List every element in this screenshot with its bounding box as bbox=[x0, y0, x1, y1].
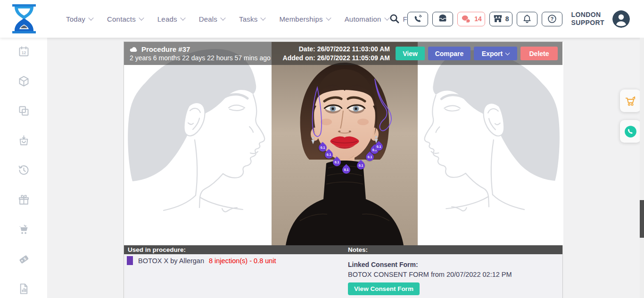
gift-icon[interactable] bbox=[17, 193, 30, 206]
consent-form-text: BOTOX CONSENT FORM from 20/07/2022 02:12… bbox=[348, 271, 512, 278]
nav-item-memberships[interactable]: Memberships bbox=[279, 15, 330, 23]
chevron-down-icon bbox=[139, 15, 144, 20]
procedure-added: Added on: 26/07/2022 11:05:09 AM bbox=[283, 54, 390, 63]
procedure-photo: 0.10.10.10.10.10.10.10.1 bbox=[272, 42, 418, 245]
main-navigation: Today Contacts Leads Deals Tasks Members… bbox=[66, 0, 418, 38]
profile-diagram-right bbox=[418, 42, 563, 245]
cart-icon bbox=[624, 95, 636, 107]
account-name: LONDON SUPPORT bbox=[571, 11, 604, 27]
notes-column: Linked Consent Form: BOTOX CONSENT FORM … bbox=[348, 261, 512, 295]
procedure-age: 2 years 6 months 22 days 22 hours 57 min… bbox=[130, 54, 283, 62]
nav-item-contacts[interactable]: Contacts bbox=[107, 15, 143, 23]
search-icon[interactable] bbox=[389, 13, 400, 24]
chevron-down-icon bbox=[88, 15, 93, 20]
scrollbar-track[interactable] bbox=[640, 38, 644, 298]
chevron-down-icon bbox=[261, 15, 266, 20]
procedure-date: Date: 26/07/2022 11:03:00 AM bbox=[283, 45, 390, 54]
export-button[interactable]: Export bbox=[474, 47, 517, 60]
procedure-title: Procedure #37 bbox=[141, 45, 190, 53]
section-header-bar: Used in procedure: Notes: bbox=[124, 245, 562, 254]
product-color-swatch bbox=[127, 256, 133, 265]
left-sidebar: 12 $ bbox=[0, 38, 47, 298]
chat-count-badge: 14 bbox=[474, 15, 482, 23]
bag-download-icon[interactable] bbox=[17, 134, 30, 147]
injection-point-marker[interactable]: 0.1 bbox=[355, 160, 366, 171]
svg-text:?: ? bbox=[550, 16, 553, 22]
user-avatar[interactable] bbox=[612, 10, 630, 28]
call-fab-button[interactable] bbox=[620, 120, 641, 143]
nav-item-tasks[interactable]: Tasks bbox=[239, 15, 265, 23]
chevron-down-icon bbox=[505, 50, 510, 55]
inbox-icon bbox=[438, 14, 448, 24]
injection-point-marker[interactable]: 0.1 bbox=[373, 141, 384, 152]
svg-text:12: 12 bbox=[21, 50, 26, 55]
procedure-header: Procedure #37 2 years 6 months 22 days 2… bbox=[124, 42, 562, 65]
injection-point-marker[interactable]: 0.1 bbox=[340, 164, 352, 175]
linked-consent-label: Linked Consent Form: bbox=[348, 261, 512, 268]
history-icon[interactable] bbox=[17, 164, 30, 177]
report-icon[interactable] bbox=[17, 282, 30, 295]
view-consent-form-button[interactable]: View Consent Form bbox=[348, 282, 420, 295]
help-icon: ? bbox=[547, 14, 557, 24]
app-logo-icon[interactable] bbox=[10, 3, 38, 35]
nav-item-leads[interactable]: Leads bbox=[157, 15, 185, 23]
calendar-icon[interactable]: 12 bbox=[17, 45, 30, 58]
phone-calls-button[interactable] bbox=[407, 12, 428, 26]
product-usage: 8 injection(s) - 0.8 unit bbox=[209, 257, 276, 265]
view-button[interactable]: View bbox=[396, 47, 425, 60]
help-button[interactable]: ? bbox=[542, 12, 562, 26]
inbox-button[interactable] bbox=[432, 12, 453, 26]
price-tag-icon[interactable]: $ bbox=[17, 253, 30, 266]
chat-icon bbox=[461, 14, 472, 24]
profile-diagram-left bbox=[124, 42, 272, 245]
procedure-dates: Date: 26/07/2022 11:03:00 AM Added on: 2… bbox=[283, 45, 390, 63]
nav-item-today[interactable]: Today bbox=[66, 15, 93, 23]
injection-points-layer: 0.10.10.10.10.10.10.10.1 bbox=[272, 42, 418, 245]
copy-icon[interactable] bbox=[17, 105, 30, 117]
compare-button[interactable]: Compare bbox=[428, 47, 471, 60]
chevron-down-icon bbox=[180, 15, 185, 20]
store-count-badge: 8 bbox=[505, 15, 509, 23]
nav-item-deals[interactable]: Deals bbox=[199, 15, 225, 23]
package-icon[interactable] bbox=[17, 75, 30, 88]
procedure-card: 0.10.10.10.10.10.10.10.1 Procedure #37 2… bbox=[124, 41, 563, 298]
product-name: BOTOX X by Allergan bbox=[138, 257, 204, 265]
cart-icon[interactable] bbox=[17, 223, 30, 236]
phone-icon bbox=[413, 14, 423, 24]
top-bar: Today Contacts Leads Deals Tasks Members… bbox=[0, 0, 644, 38]
chevron-down-icon bbox=[220, 15, 225, 20]
topbar-actions: 14 8 ? LONDON bbox=[389, 0, 630, 38]
chat-messages-button[interactable]: 14 bbox=[457, 12, 485, 26]
scrollbar-thumb[interactable] bbox=[640, 200, 644, 238]
cart-fab-button[interactable] bbox=[620, 89, 641, 112]
section-content: BOTOX X by Allergan 8 injection(s) - 0.8… bbox=[124, 254, 562, 298]
cloud-icon bbox=[130, 46, 138, 52]
used-product-row: BOTOX X by Allergan 8 injection(s) - 0.8… bbox=[127, 256, 276, 265]
nav-item-automation[interactable]: Automation bbox=[345, 15, 389, 23]
store-button[interactable]: 8 bbox=[489, 12, 512, 26]
injection-point-marker[interactable]: 0.1 bbox=[331, 156, 342, 168]
used-in-procedure-header: Used in procedure: bbox=[128, 245, 186, 254]
chevron-down-icon bbox=[326, 15, 331, 20]
delete-button[interactable]: Delete bbox=[520, 47, 558, 60]
store-icon bbox=[493, 14, 503, 24]
notifications-button[interactable] bbox=[517, 12, 537, 26]
phone-icon bbox=[624, 125, 637, 138]
notes-header: Notes: bbox=[348, 245, 368, 254]
bell-icon bbox=[522, 14, 532, 24]
